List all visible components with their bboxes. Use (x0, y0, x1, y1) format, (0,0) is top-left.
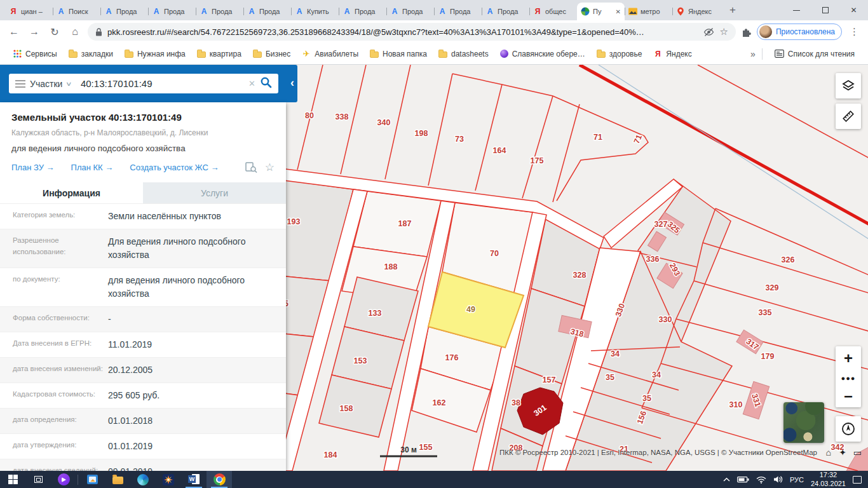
home-map-icon[interactable]: ⌂ (826, 447, 831, 458)
info-label: дата утверждения: (13, 440, 108, 453)
edge-button[interactable] (130, 471, 156, 488)
search-category[interactable]: Участки (30, 79, 62, 89)
parcel-label-340: 340 (377, 118, 391, 127)
eye-off-icon[interactable] (703, 27, 714, 37)
tab-close-icon[interactable]: ✕ (616, 8, 621, 15)
close-button[interactable]: ✕ (839, 0, 868, 20)
extensions-puzzle-icon[interactable] (741, 27, 752, 37)
notification-center-icon[interactable] (853, 476, 862, 484)
tab-Прода[interactable]: AПрода (434, 3, 482, 20)
zoom-panel: + ●●● − (836, 346, 861, 407)
back-button[interactable]: ← (6, 24, 22, 39)
maximize-button[interactable] (811, 0, 839, 20)
tab-Пу[interactable]: Пу✕ (577, 3, 625, 20)
clear-search-icon[interactable]: ✕ (248, 79, 255, 88)
search-button[interactable] (260, 76, 272, 91)
bookmark-Бизнес[interactable]: Бизнес (247, 50, 296, 58)
bookmark-квартира[interactable]: квартира (191, 50, 247, 58)
menu-hamburger-icon[interactable] (15, 78, 25, 90)
wifi-icon[interactable] (756, 476, 766, 484)
zoom-more-button[interactable]: ●●● (836, 370, 861, 386)
tab-циан –[interactable]: Яциан – (5, 3, 53, 20)
parcel-link-0[interactable]: План ЗУ → (11, 163, 55, 172)
search-box[interactable]: Участки ∨ 40:13:170101:49 ✕ (9, 74, 278, 93)
tab-Прода[interactable]: AПрода (100, 3, 148, 20)
tab-Прода[interactable]: AПрода (482, 3, 529, 20)
parcel-boundary-line (428, 74, 452, 186)
bookmark-datasheets[interactable]: datasheets (433, 50, 494, 58)
tab-общес[interactable]: Яобщес (529, 3, 577, 20)
new-tab-button[interactable]: + (724, 1, 742, 19)
photos-app-button[interactable] (79, 471, 105, 488)
bookmark-Нужная инфа[interactable]: Нужная инфа (119, 50, 191, 58)
star-app-button[interactable] (156, 471, 181, 488)
word-button[interactable]: W (181, 471, 207, 488)
search-input[interactable]: 40:13:170101:49 (76, 78, 244, 89)
clock[interactable]: 17:3224.03.2021 (811, 471, 846, 488)
profile-sync-badge[interactable]: Приостановлена (757, 24, 842, 40)
compass-button[interactable] (836, 416, 861, 442)
layers-button[interactable] (836, 73, 861, 98)
reload-button[interactable]: ↻ (47, 24, 62, 39)
measure-ruler-button[interactable] (836, 104, 861, 129)
zoom-out-button[interactable]: − (836, 386, 861, 407)
map-parcel[interactable] (353, 191, 441, 257)
file-explorer-button[interactable] (105, 471, 130, 488)
info-value: 09.01.2019 (108, 465, 286, 471)
tab-Яндекс[interactable]: Яндекс (672, 3, 720, 20)
collapse-panel-arrow[interactable]: ‹ (290, 76, 294, 90)
info-value: Земли населённых пунктов (108, 210, 286, 223)
task-view-button[interactable] (25, 471, 51, 488)
tab-Прода[interactable]: AПрода (148, 3, 196, 20)
bookmark-закладки[interactable]: закладки (63, 50, 119, 58)
bookmark-Яндекс[interactable]: ЯЯндекс (648, 50, 697, 58)
info-label: Форма собственности: (13, 313, 108, 326)
bookmark-Новая папка[interactable]: Новая папка (364, 50, 433, 58)
favorite-star-icon[interactable]: ☆ (265, 161, 275, 174)
tray-chevron-icon[interactable] (723, 477, 730, 482)
bookmark-Сервисы[interactable]: Сервисы (8, 50, 63, 58)
info-row: Дата внесения в ЕГРН:11.01.2019 (0, 332, 286, 357)
screenshot-icon[interactable]: ▭ (853, 447, 862, 458)
tab-Прода[interactable]: AПрода (243, 3, 291, 20)
tab-Купить[interactable]: AКупить (291, 3, 339, 20)
crosshair-icon[interactable]: ✦ (839, 447, 846, 458)
alice-button[interactable] (51, 471, 76, 488)
browser-menu-icon[interactable]: ⋮ (847, 26, 862, 37)
forward-button[interactable]: → (27, 24, 42, 39)
tab-метро[interactable]: метро (625, 3, 672, 20)
tab-Поиск[interactable]: AПоиск (53, 3, 100, 20)
tab-information[interactable]: Информация (0, 182, 143, 203)
parcel-label-73: 73 (455, 135, 464, 144)
parcel-label-153: 153 (354, 356, 367, 365)
zoom-in-button[interactable]: + (836, 346, 861, 370)
reading-list-button[interactable]: Список для чтения (769, 50, 860, 58)
bookmark-Авиабилеты[interactable]: ✈Авиабилеты (296, 50, 364, 58)
start-button[interactable] (0, 471, 25, 488)
parcel-boundary-line (553, 104, 580, 202)
basemap-thumbnail[interactable] (783, 402, 824, 443)
volume-icon[interactable] (773, 475, 783, 484)
parcel-label-188: 188 (384, 262, 398, 271)
battery-icon[interactable] (737, 476, 749, 483)
bookmarks-overflow-chevron[interactable]: » (750, 49, 756, 59)
address-bar[interactable]: pkk.rosreestr.ru/#/search/54.76722152569… (88, 23, 736, 41)
parcel-link-1[interactable]: План КК → (71, 163, 114, 172)
home-button[interactable]: ⌂ (67, 24, 83, 39)
tab-Прода[interactable]: AПрода (386, 3, 434, 20)
chrome-button[interactable] (207, 471, 232, 488)
parcel-link-2[interactable]: Создать участок ЖС → (130, 163, 219, 172)
plan-preview-icon[interactable] (245, 162, 257, 173)
tab-Прода[interactable]: AПрода (196, 3, 243, 20)
chevron-down-icon[interactable]: ∨ (65, 81, 72, 87)
tab-Прода[interactable]: AПрода (339, 3, 386, 20)
avito-icon: A (57, 7, 65, 16)
bookmark-здоровье[interactable]: здоровье (591, 50, 648, 58)
language-indicator[interactable]: РУС (790, 476, 804, 484)
minimize-button[interactable] (782, 0, 811, 20)
bookmark-Славянские обере…[interactable]: Славянские обере… (494, 50, 591, 58)
tab-services[interactable]: Услуги (143, 182, 286, 203)
bookmark-star-icon[interactable]: ☆ (719, 26, 728, 37)
bookmarks-right: » Список для чтения (750, 48, 860, 60)
parcel-label-162: 162 (433, 398, 446, 407)
